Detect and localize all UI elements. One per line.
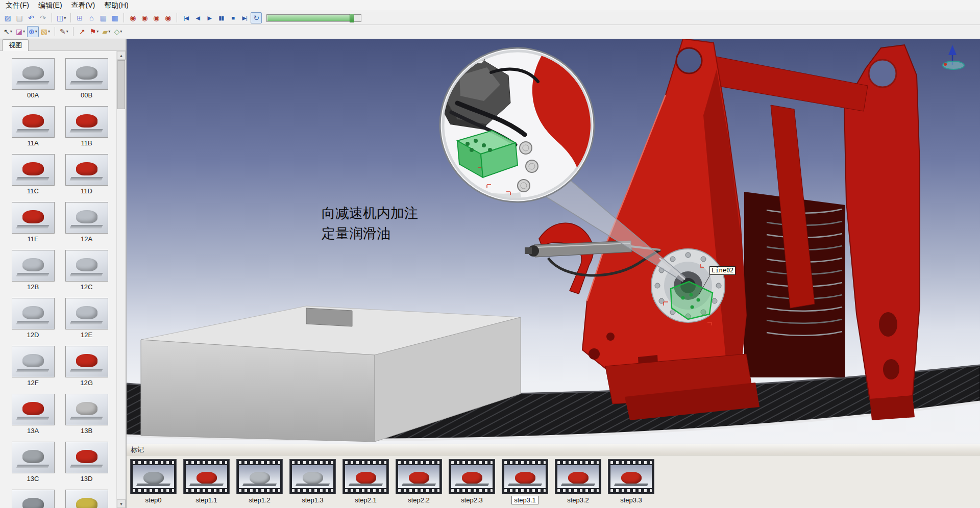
thumbnail-image <box>12 154 55 186</box>
viewport-3d[interactable]: 向减速机内加注 定量润滑油 Line02 <box>127 39 980 444</box>
capture-button-1[interactable]: ◉ <box>127 12 138 23</box>
arrow-tool-button[interactable]: ↗ <box>77 26 88 37</box>
go-first-button[interactable]: |◀ <box>180 12 191 23</box>
step-item-step3-1[interactable]: step3.1 <box>502 459 548 504</box>
capture-button-3[interactable]: ◉ <box>151 12 162 23</box>
step-item-step1-3[interactable]: step1.3 <box>289 459 336 504</box>
annotation-line-2: 定量润滑油 <box>322 223 418 244</box>
toolbar-separator <box>55 27 55 36</box>
step-thumbnail <box>130 459 177 494</box>
line02-label[interactable]: Line02 <box>709 266 736 275</box>
view-thumbnail-13B[interactable]: 13B <box>60 394 113 442</box>
menu-file[interactable]: 文件(F) <box>1 1 34 11</box>
view-thumbnail-12E[interactable]: 12E <box>60 298 113 346</box>
step-thumbnail <box>396 459 442 494</box>
step-thumbnail <box>502 459 548 494</box>
step-item-step2-1[interactable]: step2.1 <box>342 459 389 504</box>
step-item-step0[interactable]: step0 <box>130 459 177 504</box>
view-thumbnail-11D[interactable]: 11D <box>60 154 113 202</box>
pause-button[interactable]: ▮▮ <box>215 12 227 23</box>
view-thumbnail-13A[interactable]: 13A <box>6 394 60 442</box>
annotation-text: 向减速机内加注 定量润滑油 <box>322 203 418 244</box>
redo-button[interactable]: ↷ <box>37 12 48 23</box>
split-view-button[interactable]: ◫▾ <box>55 12 67 23</box>
erase-tool-button[interactable]: ◪▾ <box>14 26 27 37</box>
view-panel-scrollbar[interactable]: ▲ ▼ <box>116 51 126 508</box>
view-thumbnail-00B[interactable]: 00B <box>60 58 113 106</box>
capture-button-4[interactable]: ◉ <box>162 12 174 23</box>
speed-slider[interactable] <box>266 14 361 22</box>
import-button[interactable]: ▤ <box>14 12 25 23</box>
step-item-step2-3[interactable]: step2.3 <box>449 459 495 504</box>
go-last-icon: ▶| <box>242 14 247 21</box>
chevron-down-icon: ▾ <box>120 29 122 34</box>
toolbar-separator <box>70 13 71 22</box>
scrollbar-up-button[interactable]: ▲ <box>117 51 126 60</box>
go-last-button[interactable]: ▶| <box>239 12 250 23</box>
note-tool-icon: ◇ <box>114 28 119 35</box>
open-button[interactable]: ▨ <box>2 12 13 23</box>
thumbnail-image <box>12 346 55 377</box>
slider-handle[interactable] <box>350 14 354 22</box>
step-item-step2-2[interactable]: step2.2 <box>396 459 442 504</box>
play-button[interactable]: ▶ <box>204 12 215 23</box>
arrow-tool-icon: ↗ <box>79 28 85 35</box>
home-view-button[interactable]: ⌂ <box>86 12 97 23</box>
undo-button[interactable]: ↶ <box>26 12 37 23</box>
menu-edit[interactable]: 编辑(E) <box>34 1 67 11</box>
step-item-step3-2[interactable]: step3.2 <box>555 459 601 504</box>
loop-button[interactable]: ↻ <box>251 12 262 23</box>
thumbnail-label: 11D <box>81 187 92 195</box>
view-thumbnail-partial-2[interactable] <box>60 490 113 508</box>
stop-button[interactable]: ■ <box>227 12 238 23</box>
step-item-step1-1[interactable]: step1.1 <box>183 459 230 504</box>
thumbnail-image <box>65 202 108 234</box>
toolbar-separator <box>177 13 177 22</box>
view-thumbnail-12D[interactable]: 12D <box>6 298 60 346</box>
chevron-down-icon: ▾ <box>64 16 66 20</box>
pan-tool-button[interactable]: ⊕▾ <box>27 26 39 37</box>
thumbnail-image <box>65 442 108 473</box>
view-thumbnail-12F[interactable]: 12F <box>6 346 60 394</box>
appearance-tool-button[interactable]: ▧▾ <box>39 26 52 37</box>
thumbnail-label: 12A <box>81 235 92 243</box>
measure-button[interactable]: ▦ <box>97 12 109 23</box>
view-thumbnail-12A[interactable]: 12A <box>60 202 113 250</box>
thumbnail-label: 13D <box>81 475 93 482</box>
scrollbar-down-button[interactable]: ▼ <box>117 499 126 508</box>
scrollbar-thumb[interactable] <box>117 60 125 109</box>
viewport-canvas[interactable] <box>127 39 980 444</box>
step-thumbnail <box>342 459 389 494</box>
fit-view-button[interactable]: ⊞ <box>74 12 85 23</box>
view-thumbnail-11C[interactable]: 11C <box>6 154 60 202</box>
view-thumbnail-partial-1[interactable] <box>6 490 60 508</box>
flag-tool-button[interactable]: ⚑▾ <box>88 26 101 37</box>
view-thumbnail-12B[interactable]: 12B <box>6 250 60 298</box>
view-thumbnail-11A[interactable]: 11A <box>6 106 60 154</box>
erase-tool-icon: ◪ <box>16 28 22 35</box>
capture-button-2[interactable]: ◉ <box>139 12 150 23</box>
view-thumbnail-11B[interactable]: 11B <box>60 106 113 154</box>
layers-button[interactable]: ▥ <box>109 12 120 23</box>
view-thumbnail-13C[interactable]: 13C <box>6 442 60 490</box>
menu-view[interactable]: 查看(V) <box>67 1 100 11</box>
thumbnail-label: 11B <box>81 139 92 147</box>
view-thumbnail-11E[interactable]: 11E <box>6 202 60 250</box>
view-thumbnail-13D[interactable]: 13D <box>60 442 113 490</box>
pen-tool-button[interactable]: ✎▾ <box>58 26 70 37</box>
fit-view-icon: ⊞ <box>77 14 83 21</box>
step-item-step3-3[interactable]: step3.3 <box>608 459 654 504</box>
step-back-button[interactable]: ◀ <box>192 12 203 23</box>
chevron-down-icon: ▾ <box>96 29 99 34</box>
step-item-step1-2[interactable]: step1.2 <box>236 459 283 504</box>
view-thumbnail-00A[interactable]: 00A <box>6 58 60 106</box>
view-thumbnail-12C[interactable]: 12C <box>60 250 113 298</box>
highlight-tool-button[interactable]: ▰▾ <box>101 26 112 37</box>
view-thumbnail-12G[interactable]: 12G <box>60 346 113 394</box>
select-tool-button[interactable]: ↖▾ <box>2 26 14 37</box>
note-tool-button[interactable]: ◇▾ <box>112 26 124 37</box>
step-label: step3.2 <box>565 496 591 504</box>
tab-views[interactable]: 视图 <box>2 39 29 51</box>
detail-callout <box>439 48 594 202</box>
menu-help[interactable]: 帮助(H) <box>100 1 133 11</box>
